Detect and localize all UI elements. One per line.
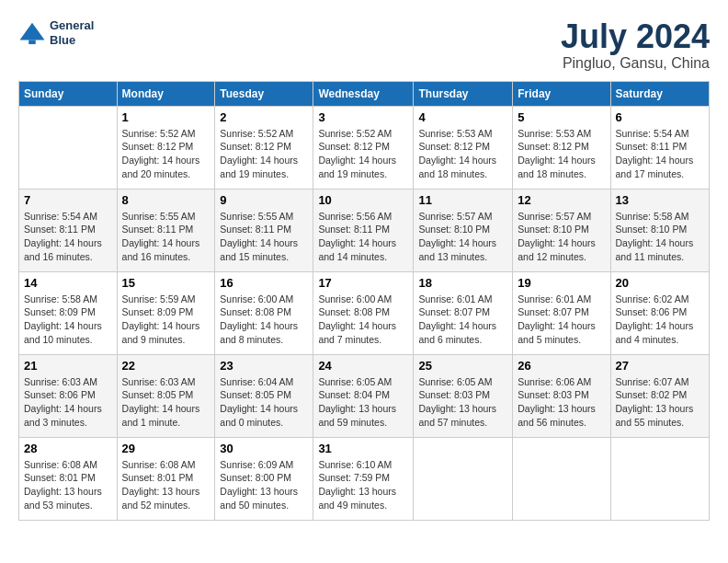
- day-info: Sunrise: 6:06 AM Sunset: 8:03 PM Dayligh…: [518, 375, 605, 430]
- calendar-cell: 18Sunrise: 6:01 AM Sunset: 8:07 PM Dayli…: [414, 271, 513, 354]
- day-number: 10: [318, 193, 408, 207]
- weekday-header: Thursday: [414, 81, 513, 106]
- calendar-cell: 22Sunrise: 6:03 AM Sunset: 8:05 PM Dayli…: [117, 354, 215, 437]
- day-number: 13: [616, 193, 705, 207]
- day-info: Sunrise: 5:52 AM Sunset: 8:12 PM Dayligh…: [318, 127, 408, 181]
- day-info: Sunrise: 6:10 AM Sunset: 7:59 PM Dayligh…: [318, 458, 408, 512]
- calendar-week-row: 7Sunrise: 5:54 AM Sunset: 8:11 PM Daylig…: [19, 189, 710, 271]
- logo-icon: [18, 19, 46, 47]
- calendar-cell: 13Sunrise: 5:58 AM Sunset: 8:10 PM Dayli…: [610, 189, 710, 271]
- calendar-cell: 2Sunrise: 5:52 AM Sunset: 8:12 PM Daylig…: [215, 106, 313, 189]
- day-number: 11: [418, 193, 507, 207]
- day-number: 8: [122, 193, 210, 207]
- day-info: Sunrise: 6:01 AM Sunset: 8:07 PM Dayligh…: [418, 293, 507, 347]
- day-number: 30: [220, 442, 308, 455]
- day-info: Sunrise: 6:09 AM Sunset: 8:00 PM Dayligh…: [220, 458, 308, 512]
- calendar-cell: 6Sunrise: 5:54 AM Sunset: 8:11 PM Daylig…: [610, 106, 710, 189]
- calendar-cell: [19, 106, 118, 189]
- svg-marker-0: [20, 22, 45, 40]
- calendar-cell: 11Sunrise: 5:57 AM Sunset: 8:10 PM Dayli…: [414, 189, 513, 271]
- day-number: 20: [616, 276, 705, 290]
- calendar-cell: 20Sunrise: 6:02 AM Sunset: 8:06 PM Dayli…: [610, 271, 710, 354]
- day-number: 1: [122, 110, 210, 124]
- day-info: Sunrise: 6:05 AM Sunset: 8:03 PM Dayligh…: [418, 375, 507, 430]
- calendar-cell: 24Sunrise: 6:05 AM Sunset: 8:04 PM Dayli…: [313, 354, 414, 437]
- day-info: Sunrise: 5:55 AM Sunset: 8:11 PM Dayligh…: [122, 210, 210, 264]
- day-info: Sunrise: 6:00 AM Sunset: 8:08 PM Dayligh…: [220, 293, 308, 347]
- calendar-cell: [513, 437, 610, 520]
- calendar-cell: 23Sunrise: 6:04 AM Sunset: 8:05 PM Dayli…: [215, 354, 313, 437]
- day-info: Sunrise: 5:56 AM Sunset: 8:11 PM Dayligh…: [318, 210, 408, 264]
- calendar-cell: 3Sunrise: 5:52 AM Sunset: 8:12 PM Daylig…: [313, 106, 414, 189]
- calendar-cell: 14Sunrise: 5:58 AM Sunset: 8:09 PM Dayli…: [19, 271, 118, 354]
- day-info: Sunrise: 5:58 AM Sunset: 8:09 PM Dayligh…: [24, 293, 112, 347]
- calendar-week-row: 21Sunrise: 6:03 AM Sunset: 8:06 PM Dayli…: [19, 354, 710, 437]
- day-number: 2: [220, 110, 308, 124]
- day-info: Sunrise: 6:04 AM Sunset: 8:05 PM Dayligh…: [220, 375, 308, 430]
- logo: General Blue: [18, 18, 94, 47]
- day-number: 29: [122, 442, 210, 455]
- day-info: Sunrise: 5:52 AM Sunset: 8:12 PM Dayligh…: [220, 127, 308, 181]
- calendar-cell: 31Sunrise: 6:10 AM Sunset: 7:59 PM Dayli…: [313, 437, 414, 520]
- day-info: Sunrise: 5:58 AM Sunset: 8:10 PM Dayligh…: [616, 210, 705, 264]
- calendar-cell: 9Sunrise: 5:55 AM Sunset: 8:11 PM Daylig…: [215, 189, 313, 271]
- calendar-cell: 30Sunrise: 6:09 AM Sunset: 8:00 PM Dayli…: [215, 437, 313, 520]
- day-number: 4: [418, 110, 507, 124]
- day-info: Sunrise: 5:54 AM Sunset: 8:11 PM Dayligh…: [24, 210, 112, 264]
- day-info: Sunrise: 6:03 AM Sunset: 8:05 PM Dayligh…: [122, 375, 210, 430]
- day-info: Sunrise: 6:02 AM Sunset: 8:06 PM Dayligh…: [616, 293, 705, 347]
- day-number: 7: [24, 193, 112, 207]
- day-number: 23: [220, 359, 308, 373]
- calendar-cell: [610, 437, 710, 520]
- calendar-table: SundayMondayTuesdayWednesdayThursdayFrid…: [18, 81, 710, 521]
- day-number: 6: [616, 110, 705, 124]
- day-number: 12: [518, 193, 605, 207]
- day-number: 27: [616, 359, 705, 373]
- calendar-cell: 25Sunrise: 6:05 AM Sunset: 8:03 PM Dayli…: [414, 354, 513, 437]
- day-info: Sunrise: 6:05 AM Sunset: 8:04 PM Dayligh…: [318, 375, 408, 430]
- weekday-header: Friday: [513, 81, 610, 106]
- calendar-cell: [414, 437, 513, 520]
- day-info: Sunrise: 5:57 AM Sunset: 8:10 PM Dayligh…: [418, 210, 507, 264]
- day-number: 22: [122, 359, 210, 373]
- weekday-header: Monday: [117, 81, 215, 106]
- day-number: 14: [24, 276, 112, 290]
- page-header: General Blue July 2024 Pingluo, Gansu, C…: [18, 18, 710, 72]
- location-title: Pingluo, Gansu, China: [561, 55, 710, 72]
- weekday-header: Wednesday: [313, 81, 414, 106]
- calendar-week-row: 28Sunrise: 6:08 AM Sunset: 8:01 PM Dayli…: [19, 437, 710, 520]
- calendar-cell: 4Sunrise: 5:53 AM Sunset: 8:12 PM Daylig…: [414, 106, 513, 189]
- day-info: Sunrise: 6:03 AM Sunset: 8:06 PM Dayligh…: [24, 375, 112, 430]
- calendar-cell: 12Sunrise: 5:57 AM Sunset: 8:10 PM Dayli…: [513, 189, 610, 271]
- logo-text: General Blue: [50, 18, 94, 47]
- month-title: July 2024: [561, 18, 710, 55]
- day-info: Sunrise: 5:52 AM Sunset: 8:12 PM Dayligh…: [122, 127, 210, 181]
- day-info: Sunrise: 5:53 AM Sunset: 8:12 PM Dayligh…: [418, 127, 507, 181]
- day-number: 31: [318, 442, 408, 455]
- day-number: 17: [318, 276, 408, 290]
- calendar-cell: 5Sunrise: 5:53 AM Sunset: 8:12 PM Daylig…: [513, 106, 610, 189]
- calendar-cell: 7Sunrise: 5:54 AM Sunset: 8:11 PM Daylig…: [19, 189, 118, 271]
- day-info: Sunrise: 6:07 AM Sunset: 8:02 PM Dayligh…: [616, 375, 705, 430]
- day-info: Sunrise: 6:08 AM Sunset: 8:01 PM Dayligh…: [122, 458, 210, 512]
- logo-line1: General: [50, 18, 94, 33]
- title-block: July 2024 Pingluo, Gansu, China: [561, 18, 710, 72]
- calendar-cell: 21Sunrise: 6:03 AM Sunset: 8:06 PM Dayli…: [19, 354, 118, 437]
- day-number: 26: [518, 359, 605, 373]
- calendar-cell: 19Sunrise: 6:01 AM Sunset: 8:07 PM Dayli…: [513, 271, 610, 354]
- calendar-cell: 27Sunrise: 6:07 AM Sunset: 8:02 PM Dayli…: [610, 354, 710, 437]
- day-number: 24: [318, 359, 408, 373]
- day-number: 5: [518, 110, 605, 124]
- day-info: Sunrise: 6:08 AM Sunset: 8:01 PM Dayligh…: [24, 458, 112, 512]
- calendar-cell: 29Sunrise: 6:08 AM Sunset: 8:01 PM Dayli…: [117, 437, 215, 520]
- day-number: 25: [418, 359, 507, 373]
- weekday-header: Tuesday: [215, 81, 313, 106]
- weekday-header: Sunday: [19, 81, 118, 106]
- weekday-header-row: SundayMondayTuesdayWednesdayThursdayFrid…: [19, 81, 710, 106]
- calendar-cell: 17Sunrise: 6:00 AM Sunset: 8:08 PM Dayli…: [313, 271, 414, 354]
- day-number: 3: [318, 110, 408, 124]
- calendar-cell: 10Sunrise: 5:56 AM Sunset: 8:11 PM Dayli…: [313, 189, 414, 271]
- calendar-cell: 1Sunrise: 5:52 AM Sunset: 8:12 PM Daylig…: [117, 106, 215, 189]
- day-number: 19: [518, 276, 605, 290]
- logo-line2: Blue: [50, 33, 94, 48]
